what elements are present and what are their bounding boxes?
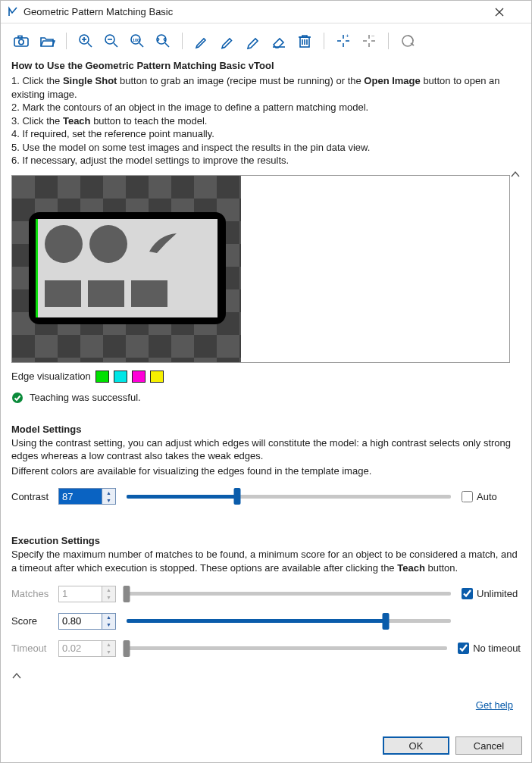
contrast-spinbox[interactable]: ▲▼: [58, 488, 116, 505]
svg-text:−: −: [371, 33, 375, 39]
execution-settings-desc: Specify the maximum number of matches to…: [11, 548, 521, 574]
get-help-row: Get help: [11, 699, 521, 711]
howto-line-5: 5. Use the model on some test images and…: [11, 141, 521, 155]
status-text: Teaching was successful.: [30, 392, 141, 403]
timeout-slider: [127, 640, 447, 657]
image-preview-area: [11, 175, 510, 363]
pencil-large-icon[interactable]: [242, 30, 264, 52]
open-icon[interactable]: [36, 30, 58, 52]
auto-checkbox[interactable]: Auto: [462, 491, 521, 502]
contrast-row: Contrast ▲▼ Auto: [11, 488, 521, 505]
spin-up-icon: ▲: [102, 641, 115, 649]
howto-section: How to Use the Geometric Pattern Matchin…: [11, 60, 521, 167]
window-title: Geometric Pattern Matching Basic: [23, 6, 495, 17]
svg-point-15: [157, 35, 166, 44]
howto-line-6: 6. If necessary, adjust the model settin…: [11, 154, 521, 167]
howto-line-3: 3. Click the Teach button to teach the m…: [11, 114, 521, 128]
howto-line-4: 4. If required, set the reference point …: [11, 127, 521, 141]
svg-line-16: [165, 43, 169, 47]
spin-up-icon[interactable]: ▲: [102, 614, 115, 621]
score-slider[interactable]: [127, 613, 451, 630]
matches-slider: [127, 586, 451, 602]
separator: [182, 33, 183, 49]
spin-up-icon[interactable]: ▲: [102, 489, 115, 496]
zoom-in-icon[interactable]: [74, 30, 97, 52]
score-label: Score: [11, 615, 54, 627]
spin-up-icon: ▲: [102, 586, 115, 594]
contrast-label: Contrast: [11, 491, 54, 502]
timeout-row: Timeout ▲▼ No timeout: [11, 640, 521, 657]
svg-rect-4: [18, 36, 22, 39]
svg-line-13: [139, 43, 143, 47]
howto-title: How to Use the Geometric Pattern Matchin…: [11, 60, 521, 71]
success-icon: [11, 392, 23, 404]
spin-down-icon: ▼: [102, 649, 115, 656]
matches-row: Matches ▲▼ Unlimited: [11, 586, 521, 602]
spin-down-icon[interactable]: ▼: [102, 621, 115, 629]
matches-input: [59, 586, 102, 602]
svg-line-10: [114, 43, 117, 47]
contrast-input[interactable]: [59, 489, 102, 504]
color-swatch-cyan[interactable]: [114, 371, 127, 383]
color-swatch-green[interactable]: [95, 371, 109, 383]
unlimited-checkbox-label: Unlimited: [477, 588, 518, 599]
matches-spinbox: ▲▼: [58, 586, 116, 602]
status-row: Teaching was successful.: [11, 392, 521, 404]
ok-button[interactable]: OK: [383, 736, 449, 755]
svg-point-34: [12, 392, 23, 403]
svg-line-6: [88, 43, 92, 47]
close-button[interactable]: [495, 8, 525, 17]
zoom-fit-icon[interactable]: [152, 30, 174, 52]
model-settings-desc-1: Using the contrast setting, you can adju…: [11, 436, 521, 463]
edge-visualization-label: Edge visualization: [11, 371, 91, 382]
app-icon: [7, 6, 19, 18]
howto-line-1: 1. Click the Single Shot button to grab …: [11, 74, 521, 101]
collapse-chevron-icon[interactable]: [11, 671, 521, 681]
svg-point-3: [19, 39, 23, 44]
spin-down-icon: ▼: [102, 594, 115, 602]
score-spinbox[interactable]: ▲▼: [58, 613, 116, 630]
notimeout-checkbox[interactable]: No timeout: [458, 643, 521, 654]
timeout-label: Timeout: [11, 643, 54, 654]
cancel-button[interactable]: Cancel: [455, 736, 522, 755]
unlimited-checkbox[interactable]: Unlimited: [462, 588, 521, 599]
auto-checkbox-label: Auto: [477, 491, 497, 502]
model-settings-desc-2: Different colors are available for visua…: [11, 464, 521, 478]
zoom-out-icon[interactable]: [100, 30, 123, 52]
toolbar: 100 + −: [1, 23, 531, 57]
howto-line-2: 2. Mark the contours of an object in the…: [11, 101, 521, 114]
zoom-100-icon[interactable]: 100: [126, 30, 149, 52]
get-help-link[interactable]: Get help: [476, 699, 513, 711]
preview-panel[interactable]: [12, 176, 241, 362]
pencil-medium-icon[interactable]: [216, 30, 239, 52]
score-input[interactable]: [59, 614, 102, 629]
timeout-spinbox: ▲▼: [58, 640, 116, 657]
svg-text:100: 100: [133, 38, 139, 42]
footer: OK Cancel: [1, 729, 531, 762]
pencil-small-icon[interactable]: [190, 30, 213, 52]
collapse-chevron-icon[interactable]: [510, 169, 521, 180]
separator: [388, 33, 389, 49]
edge-visualization-row: Edge visualization: [11, 371, 521, 383]
contrast-slider[interactable]: [127, 488, 451, 505]
color-swatch-yellow[interactable]: [150, 371, 164, 383]
crosshair-remove-icon[interactable]: −: [358, 30, 380, 52]
spin-down-icon[interactable]: ▼: [102, 496, 115, 504]
camera-icon[interactable]: [10, 30, 33, 52]
crosshair-add-icon[interactable]: +: [332, 30, 355, 52]
model-settings-title: Model Settings: [11, 424, 521, 435]
color-swatch-magenta[interactable]: [132, 371, 146, 383]
eraser-icon[interactable]: [268, 30, 290, 52]
separator: [66, 33, 67, 49]
titlebar: Geometric Pattern Matching Basic: [1, 1, 531, 23]
svg-text:+: +: [346, 33, 349, 39]
separator: [324, 33, 324, 49]
notimeout-checkbox-label: No timeout: [473, 643, 521, 654]
matches-label: Matches: [11, 588, 54, 599]
timeout-input: [59, 641, 102, 656]
execution-settings-title: Execution Settings: [11, 535, 521, 546]
teach-icon[interactable]: [396, 30, 419, 52]
score-row: Score ▲▼: [11, 613, 521, 630]
trash-icon[interactable]: [293, 30, 316, 52]
